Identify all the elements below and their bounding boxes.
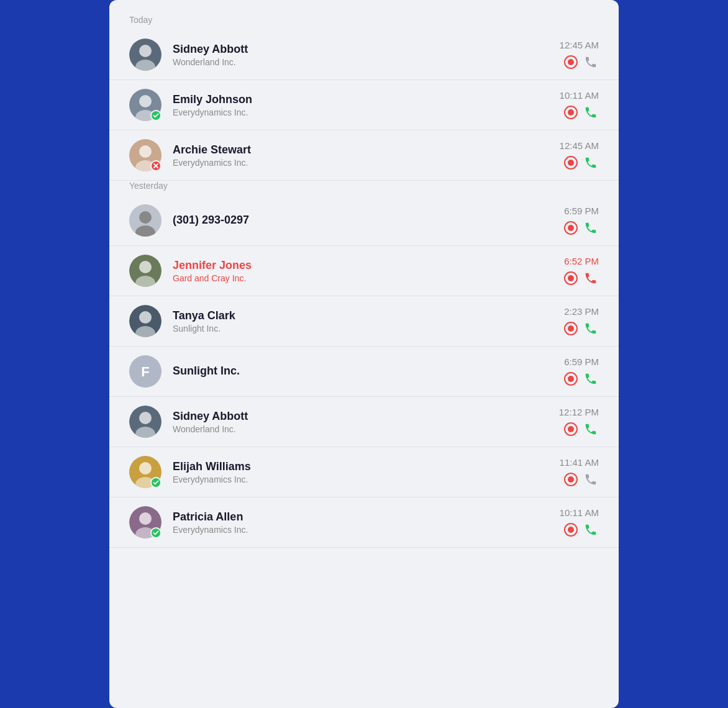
call-actions xyxy=(564,155,599,171)
record-icon[interactable] xyxy=(564,422,578,436)
contact-name: Sidney Abbott xyxy=(173,43,560,56)
call-time: 11:41 AM xyxy=(560,457,599,468)
call-time: 6:52 PM xyxy=(564,256,599,266)
call-meta: 12:45 AM xyxy=(560,40,599,70)
record-icon[interactable] xyxy=(564,473,578,486)
call-meta: 10:11 AM xyxy=(560,90,599,120)
record-icon[interactable] xyxy=(564,322,578,335)
avatar-wrapper xyxy=(129,255,162,287)
call-info: Elijah WilliamsEverydynamics Inc. xyxy=(173,460,560,484)
call-meta: 12:12 PM xyxy=(559,407,599,437)
company-name: Everydynamics Inc. xyxy=(173,474,560,484)
call-meta: 6:59 PM xyxy=(564,206,599,236)
avatar xyxy=(129,406,162,438)
call-item[interactable]: Patricia AllenEverydynamics Inc.10:11 AM xyxy=(109,497,619,548)
call-item[interactable]: Tanya ClarkSunlight Inc.2:23 PM xyxy=(109,296,619,347)
company-name: Everydynamics Inc. xyxy=(173,158,560,168)
avatar-wrapper xyxy=(129,406,162,438)
record-dot xyxy=(568,160,574,166)
call-actions xyxy=(564,421,599,437)
contact-name: Archie Stewart xyxy=(173,143,560,157)
call-time: 10:11 AM xyxy=(560,507,599,518)
phone-icon[interactable] xyxy=(583,421,599,437)
record-dot xyxy=(568,225,574,231)
avatar-wrapper xyxy=(129,139,162,171)
call-item[interactable]: F Sunlight Inc.6:59 PM xyxy=(109,347,619,397)
call-info: Patricia AllenEverydynamics Inc. xyxy=(173,511,560,535)
phone-icon[interactable] xyxy=(583,320,599,337)
call-item[interactable]: (301) 293-02976:59 PM xyxy=(109,196,619,246)
call-actions xyxy=(564,371,599,387)
avatar xyxy=(129,305,162,337)
phone-icon[interactable] xyxy=(583,471,599,488)
phone-icon[interactable] xyxy=(583,522,599,538)
call-actions xyxy=(564,471,599,488)
call-time: 12:45 AM xyxy=(560,140,599,151)
avatar-wrapper xyxy=(129,506,162,538)
record-icon[interactable] xyxy=(564,271,578,285)
record-dot xyxy=(568,376,574,382)
svg-point-15 xyxy=(139,261,152,273)
status-badge-green xyxy=(150,477,162,488)
phone-icon[interactable] xyxy=(583,371,599,387)
call-item[interactable]: Sidney AbbottWonderland Inc.12:12 PM xyxy=(109,397,619,447)
svg-point-7 xyxy=(139,145,152,158)
call-info: Sidney AbbottWonderland Inc. xyxy=(173,43,560,67)
record-dot xyxy=(568,59,574,65)
contact-name: Jennifer Jones xyxy=(173,259,564,272)
svg-text:F: F xyxy=(141,364,149,379)
svg-point-12 xyxy=(139,211,152,224)
status-badge-green xyxy=(150,110,162,121)
phone-icon[interactable] xyxy=(583,54,599,70)
contact-name: Patricia Allen xyxy=(173,511,560,524)
call-time: 12:45 AM xyxy=(560,40,599,50)
avatar xyxy=(129,39,162,71)
call-meta: 2:23 PM xyxy=(564,306,599,337)
status-badge-green xyxy=(150,527,162,538)
phone-icon[interactable] xyxy=(583,220,599,236)
company-name: Sunlight Inc. xyxy=(173,324,564,334)
call-item[interactable]: Jennifer JonesGard and Cray Inc.6:52 PM xyxy=(109,246,619,296)
call-info: Tanya ClarkSunlight Inc. xyxy=(173,309,564,334)
avatar-wrapper xyxy=(129,204,162,237)
call-item[interactable]: Elijah WilliamsEverydynamics Inc.11:41 A… xyxy=(109,447,619,497)
phone-icon[interactable] xyxy=(583,155,599,171)
record-icon[interactable] xyxy=(564,372,578,386)
record-dot xyxy=(568,275,574,281)
section-label: Yesterday xyxy=(109,181,619,196)
record-dot xyxy=(568,426,574,432)
record-icon[interactable] xyxy=(564,221,578,235)
svg-point-26 xyxy=(139,462,152,474)
record-icon[interactable] xyxy=(564,523,578,537)
call-time: 6:59 PM xyxy=(564,356,599,367)
contact-name: Emily Johnson xyxy=(173,93,560,106)
contact-name: Tanya Clark xyxy=(173,309,564,322)
call-time: 12:12 PM xyxy=(559,407,599,417)
call-info: (301) 293-0297 xyxy=(173,214,564,228)
call-meta: 11:41 AM xyxy=(560,457,599,488)
avatar-wrapper xyxy=(129,305,162,337)
call-item[interactable]: Emily JohnsonEverydynamics Inc.10:11 AM xyxy=(109,80,619,130)
contact-name: (301) 293-0297 xyxy=(173,214,564,227)
section-label: Today xyxy=(109,15,619,30)
company-name: Wonderland Inc. xyxy=(173,57,560,67)
call-actions xyxy=(564,270,599,286)
svg-point-4 xyxy=(139,95,152,107)
avatar-wrapper xyxy=(129,456,162,488)
call-item[interactable]: Sidney AbbottWonderland Inc.12:45 AM xyxy=(109,30,619,80)
company-name: Gard and Cray Inc. xyxy=(173,273,564,283)
phone-icon[interactable] xyxy=(583,270,599,286)
call-time: 10:11 AM xyxy=(560,90,599,101)
call-actions xyxy=(564,220,599,236)
phone-icon[interactable] xyxy=(583,104,599,120)
record-icon[interactable] xyxy=(564,156,578,170)
record-icon[interactable] xyxy=(564,55,578,69)
record-dot xyxy=(568,527,574,533)
call-meta: 10:11 AM xyxy=(560,507,599,538)
call-meta: 6:52 PM xyxy=(564,256,599,286)
record-icon[interactable] xyxy=(564,106,578,119)
call-actions xyxy=(564,104,599,120)
call-item[interactable]: Archie StewartEverydynamics Inc.12:45 AM xyxy=(109,130,619,181)
record-dot xyxy=(568,109,574,116)
call-time: 6:59 PM xyxy=(564,206,599,216)
